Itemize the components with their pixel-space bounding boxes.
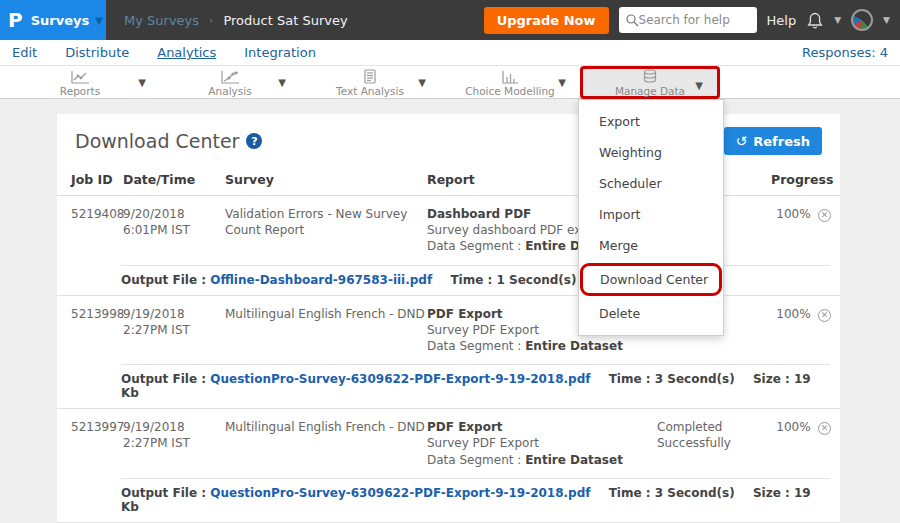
database-icon — [642, 69, 658, 84]
breadcrumb-separator-icon: › — [209, 14, 213, 27]
header-job-id: Job ID — [71, 172, 121, 187]
status-cell: Completed Successfully — [657, 419, 769, 468]
cancel-job-icon[interactable]: ✕ — [818, 309, 831, 322]
bar-chart-icon — [501, 69, 519, 84]
survey-nav: Edit Distribute Analytics Integration Re… — [0, 40, 900, 66]
tab-integration[interactable]: Integration — [244, 45, 316, 60]
header-survey: Survey — [225, 172, 425, 187]
notifications-caret-icon: ▼ — [834, 15, 841, 25]
menu-item-weighting[interactable]: Weighting — [579, 137, 723, 168]
report-cell: PDF Export Survey PDF Export Data Segmen… — [427, 419, 655, 468]
cancel-job-icon[interactable]: ✕ — [818, 422, 831, 435]
topbar: P Surveys ▼ My Surveys › Product Sat Sur… — [0, 0, 900, 40]
line-chart-icon — [70, 69, 90, 84]
text-document-icon — [363, 69, 377, 84]
account-caret-icon: ▼ — [883, 15, 890, 25]
help-search[interactable] — [619, 7, 757, 33]
search-input[interactable] — [639, 13, 744, 27]
header-progress: Progress — [771, 172, 816, 187]
job-id-cell: 5219408 — [71, 206, 121, 255]
menu-item-scheduler[interactable]: Scheduler — [579, 168, 723, 199]
menu-item-import[interactable]: Import — [579, 199, 723, 230]
header-date-time: Date/Time — [123, 172, 223, 187]
chevron-down-icon: ▼ — [418, 77, 426, 88]
chevron-down-icon: ▼ — [95, 15, 103, 26]
menu-item-merge[interactable]: Merge — [579, 230, 723, 261]
toolbar-reports[interactable]: Reports ▼ — [0, 66, 160, 99]
date-time-cell: 9/20/2018 6:01PM IST — [123, 206, 223, 255]
upgrade-now-button[interactable]: Upgrade Now — [484, 7, 609, 34]
tab-analytics[interactable]: Analytics — [157, 45, 216, 60]
refresh-button[interactable]: ↺ Refresh — [724, 127, 822, 155]
output-file-link[interactable]: QuestionPro-Survey-6309622-PDF-Export-9-… — [210, 372, 590, 386]
breadcrumb: My Surveys › Product Sat Survey — [124, 13, 348, 28]
survey-cell: Validation Errors - New Survey Count Rep… — [225, 206, 425, 255]
job-time: Time : 3 Second(s) — [609, 372, 735, 386]
menu-item-export[interactable]: Export — [579, 106, 723, 137]
survey-cell: Multilingual English French - DND — [225, 306, 425, 355]
page-title: Download Center — [75, 130, 239, 152]
questionpro-logo: P — [8, 8, 23, 32]
progress-cell: 100% — [771, 306, 816, 355]
progress-cell: 100% — [771, 419, 816, 468]
toolbar-choice-modelling[interactable]: Choice Modelling ▼ — [440, 66, 580, 99]
user-avatar[interactable] — [851, 9, 873, 31]
responses-count[interactable]: Responses: 4 — [802, 45, 888, 60]
job-time: Time : 1 Second(s) — [450, 273, 576, 287]
job-id-cell: 5213998 — [71, 306, 121, 355]
tab-distribute[interactable]: Distribute — [65, 45, 129, 60]
help-question-icon[interactable]: ? — [246, 133, 262, 149]
product-menu[interactable]: P Surveys ▼ — [0, 0, 106, 40]
job-time: Time : 3 Second(s) — [609, 486, 735, 500]
breadcrumb-my-surveys[interactable]: My Surveys — [124, 13, 199, 28]
toolbar-text-analysis[interactable]: Text Analysis ▼ — [300, 66, 440, 99]
chevron-down-icon: ▼ — [138, 77, 146, 88]
output-file-row: Output File : QuestionPro-Survey-6309622… — [121, 364, 830, 408]
chevron-down-icon: ▼ — [695, 80, 703, 91]
search-icon — [625, 13, 639, 27]
date-time-cell: 9/19/2018 2:27PM IST — [123, 419, 223, 468]
product-menu-label: Surveys — [31, 13, 90, 28]
manage-data-menu: Export Weighting Scheduler Import Merge … — [578, 99, 724, 336]
chevron-down-icon: ▼ — [278, 77, 286, 88]
tab-edit[interactable]: Edit — [12, 45, 37, 60]
output-file-link[interactable]: Offline-Dashboard-967583-iii.pdf — [210, 273, 432, 287]
survey-cell: Multilingual English French - DND — [225, 419, 425, 468]
job-id-cell: 5213997 — [71, 419, 121, 468]
notifications-bell-icon[interactable] — [806, 11, 824, 30]
help-link[interactable]: Help — [767, 13, 797, 28]
progress-cell: 100% — [771, 206, 816, 255]
toolbar-manage-data[interactable]: Manage Data ▼ — [580, 66, 720, 99]
breadcrumb-current-survey: Product Sat Survey — [223, 13, 347, 28]
menu-item-download-center[interactable]: Download Center — [580, 263, 722, 296]
output-file-link[interactable]: QuestionPro-Survey-6309622-PDF-Export-9-… — [210, 486, 590, 500]
date-time-cell: 9/19/2018 2:27PM IST — [123, 306, 223, 355]
menu-item-delete[interactable]: Delete — [579, 298, 723, 329]
scatter-chart-icon — [220, 69, 240, 84]
toolbar-analysis[interactable]: Analysis ▼ — [160, 66, 300, 99]
main-content: Download Center ? ↺ Refresh Job ID Date/… — [0, 99, 900, 523]
analytics-toolbar: Reports ▼ Analysis ▼ Text Analysis ▼ Cho… — [0, 66, 900, 99]
table-row: 5213997 9/19/2018 2:27PM IST Multilingua… — [57, 409, 840, 523]
refresh-icon: ↺ — [736, 133, 748, 149]
chevron-down-icon: ▼ — [558, 77, 566, 88]
cancel-job-icon[interactable]: ✕ — [818, 209, 831, 222]
output-file-row: Output File : QuestionPro-Survey-6309622… — [121, 478, 830, 522]
